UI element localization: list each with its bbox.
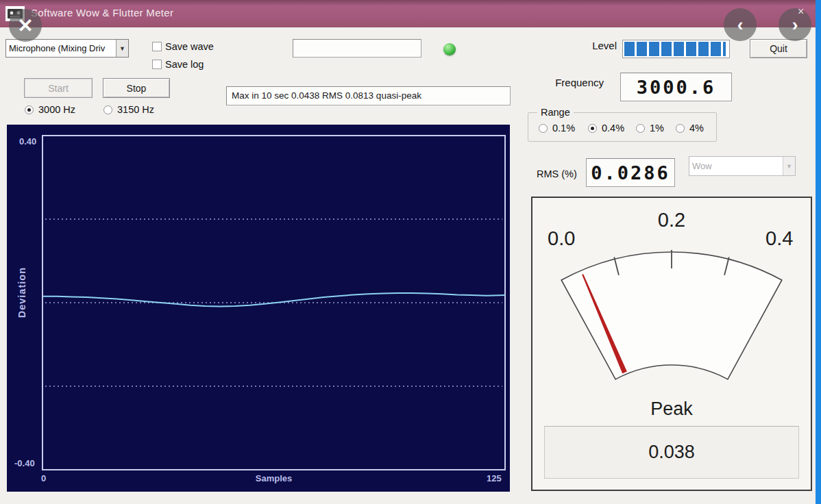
- y-axis-max-label: 0.40: [19, 136, 36, 147]
- input-device-select[interactable]: Microphone (Mixing Driv ▼: [5, 39, 129, 58]
- chevron-down-icon: ▼: [116, 40, 128, 57]
- radio-range-1[interactable]: 1%: [636, 123, 664, 134]
- save-wave-label: Save wave: [165, 41, 214, 52]
- frequency-label: Frequency: [521, 77, 604, 88]
- range-label: Range: [537, 107, 574, 118]
- radio-3000hz[interactable]: 3000 Hz: [25, 104, 75, 115]
- gauge-label-max: 0.4: [765, 227, 793, 250]
- save-log-label: Save log: [165, 59, 204, 70]
- peak-value-display: 0.038: [544, 426, 799, 479]
- overlay-corner-close-button[interactable]: ×: [798, 5, 804, 18]
- x-axis-title: Samples: [42, 473, 505, 483]
- quit-button[interactable]: Quit: [750, 39, 807, 58]
- close-icon: ×: [798, 5, 804, 17]
- radio-3150hz[interactable]: 3150 Hz: [103, 104, 154, 115]
- filename-field[interactable]: [293, 39, 421, 58]
- x-tick-125: 125: [487, 473, 502, 483]
- window-title: Software Wow & Flutter Meter: [31, 7, 173, 18]
- viewer-background-strip: [816, 0, 821, 504]
- save-wave-checkbox[interactable]: [152, 42, 162, 51]
- overlay-prev-button[interactable]: ‹: [724, 8, 757, 41]
- input-device-value: Microphone (Mixing Driv: [6, 40, 116, 57]
- level-label: Level: [588, 40, 617, 51]
- mode-select[interactable]: Wow ▼: [689, 156, 796, 176]
- led-indicator: [443, 43, 456, 55]
- wow-meter-gauge: 0.0 0.2 0.4 Peak 0.038: [531, 197, 812, 491]
- frequency-display: 3000.6: [620, 73, 732, 101]
- radio-range-4[interactable]: 4%: [676, 123, 704, 134]
- level-meter: [622, 40, 730, 58]
- start-button[interactable]: Start: [24, 78, 93, 98]
- peak-label: Peak: [532, 399, 811, 420]
- chart-plot-area: [7, 125, 510, 492]
- close-icon: ✕: [17, 14, 33, 37]
- chevron-down-icon: ▼: [783, 157, 795, 175]
- y-axis-min-label: -0.40: [14, 458, 35, 468]
- title-bar: Software Wow & Flutter Meter: [0, 0, 816, 27]
- mode-select-value: Wow: [689, 157, 783, 175]
- overlay-close-button[interactable]: ✕: [9, 9, 42, 42]
- radio-range-0.1[interactable]: 0.1%: [539, 123, 575, 134]
- app-window: Software Wow & Flutter Meter ✕ ‹ › × Mic…: [0, 0, 821, 504]
- rms-display: 0.0286: [586, 158, 675, 187]
- rms-label: RMS (%): [537, 168, 577, 179]
- y-axis-title: Deviation: [16, 267, 27, 318]
- overlay-next-button[interactable]: ›: [779, 8, 811, 41]
- stop-button[interactable]: Stop: [103, 78, 170, 98]
- save-log-checkbox[interactable]: [152, 60, 162, 69]
- radio-range-0.4[interactable]: 0.4%: [588, 123, 624, 134]
- chevron-left-icon: ‹: [737, 14, 744, 36]
- deviation-chart: 0.40 -0.40 Deviation 0 Samples 125: [7, 125, 510, 492]
- status-field[interactable]: Max in 10 sec 0.0438 RMS 0.0813 quasi-pe…: [226, 86, 511, 105]
